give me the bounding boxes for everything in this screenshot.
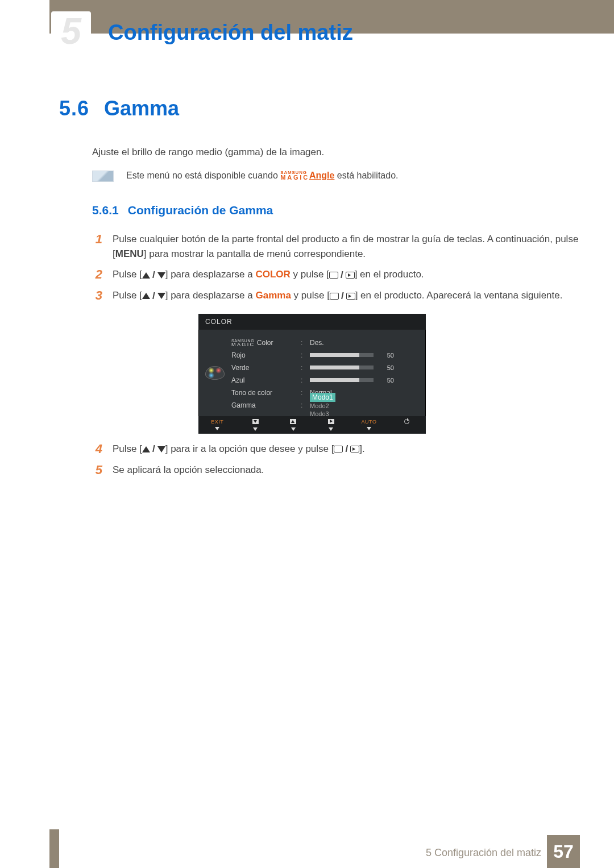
note-row: Este menú no está disponible cuando SAMS…: [92, 171, 580, 182]
palette-icon: [205, 366, 225, 380]
page-footer: 5 Configuración del matiz 57: [0, 835, 614, 868]
osd-row-azul: Azul: 50: [231, 374, 419, 387]
page-number: 57: [547, 835, 580, 868]
osd-screenshot: COLOR SAMSUNGMAGIC Color : Des. Rojo: 50…: [198, 314, 426, 434]
box-icon: [330, 293, 339, 300]
intro-paragraph: Ajuste el brillo de rango medio (gamma) …: [92, 146, 580, 159]
triangle-up-icon: [142, 293, 150, 299]
triangle-down-icon: [157, 272, 165, 279]
step-3: 3 Pulse [/] para desplazarse a Gamma y p…: [92, 288, 580, 304]
enter-icon: [350, 446, 359, 452]
step-5: 5 Se aplicará la opción seleccionada.: [92, 463, 580, 477]
enter-icon: [346, 293, 355, 300]
osd-row-rojo: Rojo: 50: [231, 349, 419, 362]
box-icon: [329, 272, 338, 279]
osd-row-gamma: Gamma: Modo1 Modo2 Modo3: [231, 399, 419, 412]
triangle-down-icon: [157, 446, 165, 452]
note-text: Este menú no está disponible cuando SAMS…: [126, 171, 399, 181]
chapter-title: Configuración del matiz: [108, 20, 353, 45]
step-4: 4 Pulse [/] para ir a la opción que dese…: [92, 442, 580, 457]
subsection-number: 5.6.1: [92, 203, 119, 217]
section-number: 5.6: [59, 97, 89, 121]
footer-chapter-label: 5 Configuración del matiz: [426, 847, 541, 859]
osd-row-verde: Verde: 50: [231, 362, 419, 374]
left-margin-rail: [0, 0, 59, 868]
chapter-number-badge: 5: [51, 11, 91, 51]
osd-footer: EXIT AUTO: [198, 416, 426, 434]
section-title: Gamma: [104, 97, 179, 121]
triangle-up-icon: [142, 446, 150, 452]
step-2: 2 Pulse [/] para desplazarse a COLOR y p…: [92, 267, 580, 283]
subsection-title: Configuración de Gamma: [128, 203, 273, 217]
power-icon: [404, 419, 409, 424]
step-1: 1 Pulse cualquier botón de la parte fron…: [92, 232, 580, 262]
enter-icon: [346, 272, 355, 279]
osd-row-magic-color: SAMSUNGMAGIC Color : Des.: [231, 337, 419, 349]
triangle-up-icon: [142, 272, 150, 279]
box-icon: [334, 446, 343, 452]
osd-title: COLOR: [198, 314, 426, 330]
triangle-down-icon: [157, 293, 165, 299]
note-icon: [92, 171, 114, 182]
